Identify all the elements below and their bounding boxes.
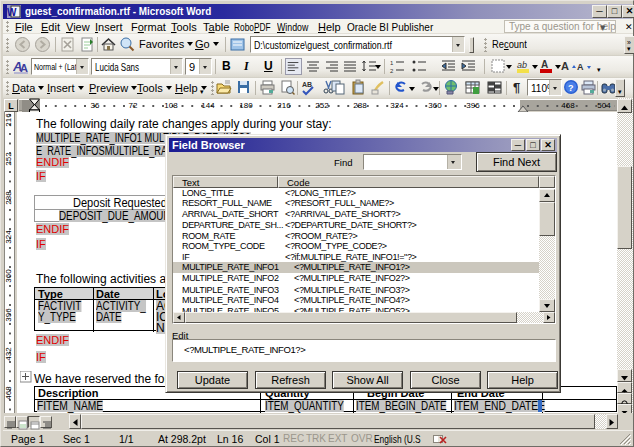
svg-text:2: 2	[390, 68, 394, 74]
svg-text:A: A	[20, 62, 28, 74]
svg-text:?: ?	[568, 83, 574, 93]
svg-text:A: A	[577, 62, 584, 72]
svg-text:ab: ab	[517, 60, 527, 70]
svg-text:¶: ¶	[513, 80, 520, 95]
svg-text:1: 1	[390, 60, 394, 66]
svg-text:A: A	[561, 60, 569, 72]
svg-text:W: W	[7, 7, 17, 18]
svg-text:AB: AB	[302, 81, 312, 88]
svg-text:A: A	[541, 59, 548, 70]
